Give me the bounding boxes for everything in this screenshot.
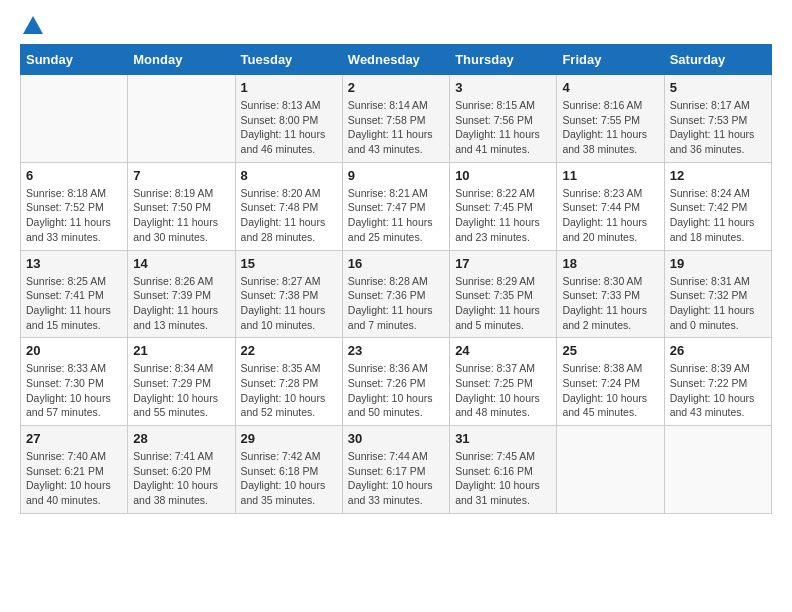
calendar-cell: 24Sunrise: 8:37 AM Sunset: 7:25 PM Dayli… [450, 338, 557, 426]
day-number: 5 [670, 80, 766, 95]
day-info: Sunrise: 8:26 AM Sunset: 7:39 PM Dayligh… [133, 274, 229, 333]
calendar-cell: 6Sunrise: 8:18 AM Sunset: 7:52 PM Daylig… [21, 162, 128, 250]
day-number: 31 [455, 431, 551, 446]
calendar-cell [128, 75, 235, 163]
day-info: Sunrise: 8:25 AM Sunset: 7:41 PM Dayligh… [26, 274, 122, 333]
calendar-week-1: 1Sunrise: 8:13 AM Sunset: 8:00 PM Daylig… [21, 75, 772, 163]
day-number: 29 [241, 431, 337, 446]
day-info: Sunrise: 8:13 AM Sunset: 8:00 PM Dayligh… [241, 98, 337, 157]
calendar-week-3: 13Sunrise: 8:25 AM Sunset: 7:41 PM Dayli… [21, 250, 772, 338]
day-number: 17 [455, 256, 551, 271]
weekday-header-sunday: Sunday [21, 45, 128, 75]
day-info: Sunrise: 8:14 AM Sunset: 7:58 PM Dayligh… [348, 98, 444, 157]
day-info: Sunrise: 8:17 AM Sunset: 7:53 PM Dayligh… [670, 98, 766, 157]
day-info: Sunrise: 7:41 AM Sunset: 6:20 PM Dayligh… [133, 449, 229, 508]
calendar-cell: 9Sunrise: 8:21 AM Sunset: 7:47 PM Daylig… [342, 162, 449, 250]
calendar-cell: 18Sunrise: 8:30 AM Sunset: 7:33 PM Dayli… [557, 250, 664, 338]
calendar-week-4: 20Sunrise: 8:33 AM Sunset: 7:30 PM Dayli… [21, 338, 772, 426]
calendar-body: 1Sunrise: 8:13 AM Sunset: 8:00 PM Daylig… [21, 75, 772, 514]
day-info: Sunrise: 8:34 AM Sunset: 7:29 PM Dayligh… [133, 361, 229, 420]
calendar-cell: 15Sunrise: 8:27 AM Sunset: 7:38 PM Dayli… [235, 250, 342, 338]
day-number: 11 [562, 168, 658, 183]
calendar-cell: 8Sunrise: 8:20 AM Sunset: 7:48 PM Daylig… [235, 162, 342, 250]
day-info: Sunrise: 7:42 AM Sunset: 6:18 PM Dayligh… [241, 449, 337, 508]
day-number: 22 [241, 343, 337, 358]
day-number: 9 [348, 168, 444, 183]
day-number: 16 [348, 256, 444, 271]
day-info: Sunrise: 7:44 AM Sunset: 6:17 PM Dayligh… [348, 449, 444, 508]
day-number: 26 [670, 343, 766, 358]
day-info: Sunrise: 8:39 AM Sunset: 7:22 PM Dayligh… [670, 361, 766, 420]
day-number: 3 [455, 80, 551, 95]
calendar-header: SundayMondayTuesdayWednesdayThursdayFrid… [21, 45, 772, 75]
calendar-cell: 12Sunrise: 8:24 AM Sunset: 7:42 PM Dayli… [664, 162, 771, 250]
day-info: Sunrise: 8:27 AM Sunset: 7:38 PM Dayligh… [241, 274, 337, 333]
day-number: 27 [26, 431, 122, 446]
page-header [20, 20, 772, 34]
weekday-header-monday: Monday [128, 45, 235, 75]
day-number: 19 [670, 256, 766, 271]
calendar-cell: 28Sunrise: 7:41 AM Sunset: 6:20 PM Dayli… [128, 426, 235, 514]
calendar-cell: 3Sunrise: 8:15 AM Sunset: 7:56 PM Daylig… [450, 75, 557, 163]
day-info: Sunrise: 8:29 AM Sunset: 7:35 PM Dayligh… [455, 274, 551, 333]
day-number: 25 [562, 343, 658, 358]
day-info: Sunrise: 8:30 AM Sunset: 7:33 PM Dayligh… [562, 274, 658, 333]
calendar-cell: 27Sunrise: 7:40 AM Sunset: 6:21 PM Dayli… [21, 426, 128, 514]
day-number: 15 [241, 256, 337, 271]
calendar-cell: 1Sunrise: 8:13 AM Sunset: 8:00 PM Daylig… [235, 75, 342, 163]
day-number: 12 [670, 168, 766, 183]
weekday-header-friday: Friday [557, 45, 664, 75]
calendar-week-5: 27Sunrise: 7:40 AM Sunset: 6:21 PM Dayli… [21, 426, 772, 514]
day-info: Sunrise: 8:28 AM Sunset: 7:36 PM Dayligh… [348, 274, 444, 333]
calendar-cell: 5Sunrise: 8:17 AM Sunset: 7:53 PM Daylig… [664, 75, 771, 163]
calendar-cell: 21Sunrise: 8:34 AM Sunset: 7:29 PM Dayli… [128, 338, 235, 426]
day-info: Sunrise: 8:23 AM Sunset: 7:44 PM Dayligh… [562, 186, 658, 245]
calendar-cell: 2Sunrise: 8:14 AM Sunset: 7:58 PM Daylig… [342, 75, 449, 163]
calendar-cell: 11Sunrise: 8:23 AM Sunset: 7:44 PM Dayli… [557, 162, 664, 250]
day-info: Sunrise: 8:16 AM Sunset: 7:55 PM Dayligh… [562, 98, 658, 157]
calendar-cell: 19Sunrise: 8:31 AM Sunset: 7:32 PM Dayli… [664, 250, 771, 338]
day-number: 6 [26, 168, 122, 183]
day-number: 10 [455, 168, 551, 183]
day-number: 13 [26, 256, 122, 271]
day-info: Sunrise: 7:45 AM Sunset: 6:16 PM Dayligh… [455, 449, 551, 508]
logo [20, 20, 43, 34]
day-number: 24 [455, 343, 551, 358]
day-number: 21 [133, 343, 229, 358]
day-info: Sunrise: 8:19 AM Sunset: 7:50 PM Dayligh… [133, 186, 229, 245]
logo-triangle-icon [23, 16, 43, 34]
day-info: Sunrise: 8:24 AM Sunset: 7:42 PM Dayligh… [670, 186, 766, 245]
day-number: 23 [348, 343, 444, 358]
day-number: 18 [562, 256, 658, 271]
day-number: 1 [241, 80, 337, 95]
calendar-cell: 14Sunrise: 8:26 AM Sunset: 7:39 PM Dayli… [128, 250, 235, 338]
calendar-table: SundayMondayTuesdayWednesdayThursdayFrid… [20, 44, 772, 514]
day-info: Sunrise: 8:15 AM Sunset: 7:56 PM Dayligh… [455, 98, 551, 157]
day-info: Sunrise: 8:21 AM Sunset: 7:47 PM Dayligh… [348, 186, 444, 245]
weekday-header-thursday: Thursday [450, 45, 557, 75]
calendar-cell: 17Sunrise: 8:29 AM Sunset: 7:35 PM Dayli… [450, 250, 557, 338]
day-info: Sunrise: 8:38 AM Sunset: 7:24 PM Dayligh… [562, 361, 658, 420]
calendar-cell: 31Sunrise: 7:45 AM Sunset: 6:16 PM Dayli… [450, 426, 557, 514]
calendar-cell [664, 426, 771, 514]
day-number: 14 [133, 256, 229, 271]
calendar-cell: 22Sunrise: 8:35 AM Sunset: 7:28 PM Dayli… [235, 338, 342, 426]
calendar-cell: 30Sunrise: 7:44 AM Sunset: 6:17 PM Dayli… [342, 426, 449, 514]
calendar-cell: 16Sunrise: 8:28 AM Sunset: 7:36 PM Dayli… [342, 250, 449, 338]
calendar-cell [557, 426, 664, 514]
day-number: 2 [348, 80, 444, 95]
calendar-cell: 20Sunrise: 8:33 AM Sunset: 7:30 PM Dayli… [21, 338, 128, 426]
day-number: 30 [348, 431, 444, 446]
day-info: Sunrise: 8:37 AM Sunset: 7:25 PM Dayligh… [455, 361, 551, 420]
calendar-cell: 7Sunrise: 8:19 AM Sunset: 7:50 PM Daylig… [128, 162, 235, 250]
weekday-header-wednesday: Wednesday [342, 45, 449, 75]
day-number: 8 [241, 168, 337, 183]
day-info: Sunrise: 8:33 AM Sunset: 7:30 PM Dayligh… [26, 361, 122, 420]
weekday-header-tuesday: Tuesday [235, 45, 342, 75]
day-number: 7 [133, 168, 229, 183]
calendar-cell: 25Sunrise: 8:38 AM Sunset: 7:24 PM Dayli… [557, 338, 664, 426]
day-info: Sunrise: 8:31 AM Sunset: 7:32 PM Dayligh… [670, 274, 766, 333]
calendar-cell: 13Sunrise: 8:25 AM Sunset: 7:41 PM Dayli… [21, 250, 128, 338]
calendar-cell [21, 75, 128, 163]
weekday-header-row: SundayMondayTuesdayWednesdayThursdayFrid… [21, 45, 772, 75]
